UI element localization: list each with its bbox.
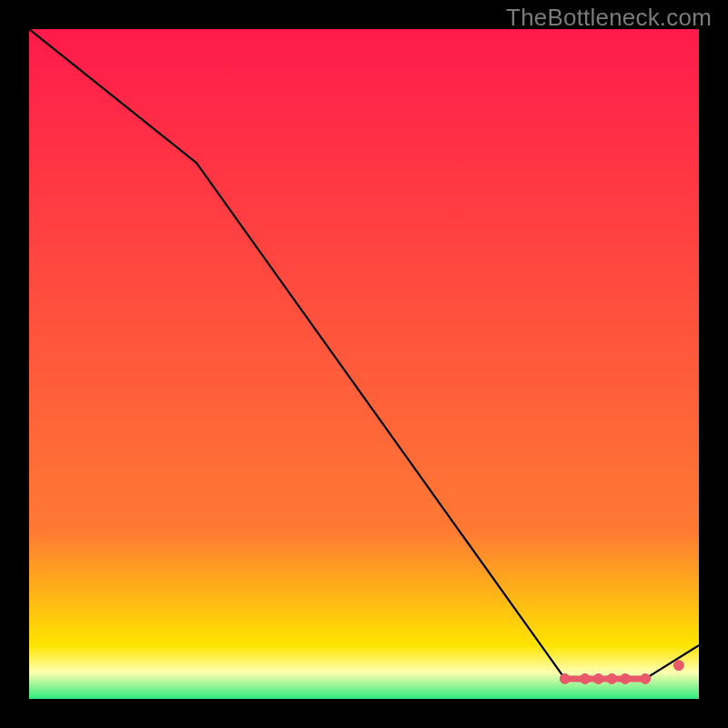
data-marker	[641, 673, 651, 683]
watermark-text: TheBottleneck.com	[506, 4, 712, 32]
gradient-background	[29, 29, 699, 699]
chart-frame: TheBottleneck.com	[0, 0, 728, 728]
data-marker	[673, 661, 683, 671]
plot-area	[29, 29, 699, 699]
data-marker	[580, 673, 590, 683]
data-marker	[560, 673, 570, 683]
data-marker	[593, 673, 603, 683]
data-marker	[621, 673, 631, 683]
data-marker	[607, 673, 617, 683]
plot-svg	[29, 29, 699, 699]
